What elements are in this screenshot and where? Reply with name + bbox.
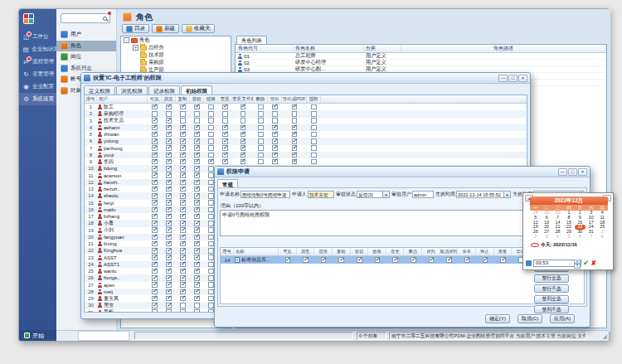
checkbox[interactable] [292, 111, 298, 117]
checkbox[interactable] [292, 118, 298, 124]
checkbox[interactable] [166, 111, 172, 117]
checkbox[interactable] [208, 138, 214, 144]
checkbox[interactable] [285, 257, 291, 263]
time-input[interactable]: 03:53 ▲▼ [533, 260, 581, 267]
checkbox[interactable] [194, 221, 200, 226]
field-input[interactable]: 2022-12-14 15:55:52 ▾ [456, 191, 511, 198]
checkbox[interactable] [166, 187, 172, 192]
checkbox[interactable] [194, 200, 200, 206]
checkbox[interactable] [180, 193, 186, 199]
column-header[interactable]: 变更 [386, 248, 405, 255]
secondary-nav-item[interactable]: 岗位 [56, 51, 116, 63]
checkbox[interactable] [208, 248, 214, 254]
field-input[interactable]: 图纸绘制0号图纸申请 ▾ [241, 191, 290, 198]
user-permission-row[interactable]: 4 ashami [85, 124, 527, 131]
checkbox[interactable] [208, 309, 214, 313]
checkbox[interactable] [152, 118, 158, 124]
checkbox[interactable] [272, 111, 278, 117]
checkbox[interactable] [258, 118, 264, 124]
checkbox[interactable] [194, 296, 200, 302]
checkbox[interactable] [152, 269, 158, 274]
column-header[interactable]: 借用 [314, 248, 333, 255]
checkbox[interactable] [208, 145, 214, 151]
checkbox[interactable] [311, 159, 317, 165]
checkbox[interactable] [194, 125, 200, 131]
checkbox[interactable] [208, 125, 214, 131]
checkbox[interactable] [311, 125, 317, 131]
checkbox[interactable] [180, 145, 186, 151]
checkbox[interactable] [194, 166, 200, 172]
checkbox[interactable] [180, 138, 186, 144]
field-input[interactable]: admin ▾ [412, 191, 434, 198]
checkbox[interactable] [241, 125, 246, 131]
checkbox[interactable] [272, 138, 278, 144]
checkbox[interactable] [429, 257, 435, 263]
checkbox[interactable] [292, 153, 298, 158]
checkbox[interactable] [208, 255, 214, 260]
checkbox[interactable] [272, 104, 278, 110]
checkbox[interactable] [292, 159, 298, 165]
user-permission-row[interactable]: 1 陈工 [85, 104, 527, 110]
checkbox[interactable] [258, 111, 264, 117]
checkbox[interactable] [208, 221, 214, 226]
checkbox[interactable] [180, 269, 186, 274]
column-header[interactable]: 履历 [404, 248, 422, 255]
checkbox[interactable] [222, 145, 228, 151]
column-header[interactable]: 角色名称 [294, 45, 364, 52]
checkbox[interactable] [311, 104, 317, 110]
start-button[interactable]: 开始 [19, 330, 56, 341]
checkbox[interactable] [292, 125, 298, 131]
checkbox[interactable] [166, 282, 172, 288]
checkbox[interactable] [180, 200, 186, 206]
column-header[interactable]: 终止 [476, 248, 494, 255]
checkbox[interactable] [166, 227, 172, 233]
column-header[interactable]: 链接 [368, 248, 386, 255]
search-input[interactable] [61, 13, 110, 23]
checkbox[interactable] [194, 207, 200, 213]
calendar-day[interactable]: 5 [563, 235, 574, 240]
checkbox[interactable] [483, 257, 488, 263]
checkbox[interactable] [180, 125, 186, 131]
sidebar-item[interactable]: ◫ 工作台 [19, 31, 56, 43]
checkbox[interactable] [208, 269, 214, 274]
checkbox[interactable] [208, 153, 214, 158]
checkbox[interactable] [272, 125, 278, 131]
checkbox[interactable] [180, 221, 186, 226]
checkbox[interactable] [208, 180, 214, 186]
checkbox[interactable] [222, 159, 228, 165]
column-header[interactable]: 剪切 [190, 95, 204, 103]
checkbox[interactable] [166, 275, 172, 281]
column-header[interactable]: 角色描述 [401, 45, 606, 52]
tree-node[interactable]: 技术部 [121, 51, 231, 59]
checkbox[interactable] [194, 193, 200, 199]
window-control-button[interactable]: — [558, 168, 567, 176]
calendar-day[interactable]: 6 [575, 235, 586, 240]
toolbar-button[interactable]: 收藏夹 [182, 24, 215, 33]
dialog-button[interactable]: 确定(Y) [485, 314, 510, 323]
checkbox[interactable] [152, 125, 158, 131]
checkbox[interactable] [208, 227, 214, 233]
secondary-nav-item[interactable]: 角色 [56, 41, 116, 52]
checkbox[interactable] [194, 262, 200, 268]
selection-button[interactable]: 整列不选 [534, 305, 569, 313]
checkbox[interactable] [194, 145, 200, 151]
checkbox[interactable] [222, 118, 228, 124]
checkbox[interactable] [180, 282, 186, 288]
checkbox[interactable] [152, 193, 158, 199]
checkbox[interactable] [180, 104, 186, 110]
checkbox[interactable] [241, 111, 246, 117]
checkbox[interactable] [258, 145, 264, 151]
checkbox[interactable] [208, 111, 214, 117]
checkbox[interactable] [180, 180, 186, 186]
checkbox[interactable] [180, 187, 186, 192]
checkbox[interactable] [222, 138, 228, 144]
checkbox[interactable] [321, 257, 327, 263]
checkbox[interactable] [208, 289, 214, 295]
checkbox[interactable] [194, 303, 200, 308]
dropdown-arrow-icon[interactable]: ▾ [504, 191, 511, 198]
checkbox[interactable] [166, 262, 172, 268]
checkbox[interactable] [208, 214, 214, 220]
checkbox[interactable] [180, 214, 186, 220]
confirm-time-button[interactable]: ✔ [583, 259, 589, 267]
user-permission-row[interactable]: 9 李四 [85, 158, 527, 165]
